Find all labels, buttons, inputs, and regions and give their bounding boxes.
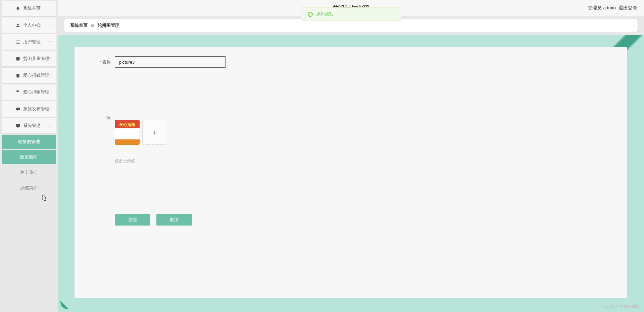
sidebar: 系统首页 个人中心 ﹀ 用户管理 ﹀ 贫困儿童管理 ﹀ bbox=[0, 0, 58, 312]
svg-rect-3 bbox=[16, 43, 19, 43]
sidebar-item-label: 爱心捐物管理 bbox=[23, 89, 49, 95]
breadcrumb-home[interactable]: 系统首页 bbox=[70, 22, 88, 28]
name-input[interactable] bbox=[115, 56, 226, 68]
flag-icon bbox=[15, 90, 20, 95]
chevron-down-icon: ﹀ bbox=[48, 56, 52, 61]
sidebar-item-label: 捐款发布管理 bbox=[23, 106, 49, 112]
breadcrumb-separator-icon: ☰ bbox=[91, 23, 94, 28]
thumb-caption: 爱心捐赠 bbox=[115, 122, 140, 128]
chevron-down-icon: ﹀ bbox=[48, 90, 52, 95]
stage: *名称 值 爱心捐赠 ＋ bbox=[58, 35, 644, 312]
uploaded-thumbnail[interactable]: 爱心捐赠 bbox=[115, 120, 140, 145]
sidebar-item-user-mgmt[interactable]: 用户管理 ﹀ bbox=[2, 34, 56, 50]
breadcrumb-current: 轮播图管理 bbox=[98, 22, 119, 28]
watermark: CSDN @小蔡coding bbox=[603, 304, 639, 309]
svg-point-0 bbox=[17, 23, 19, 25]
logout-link[interactable]: 退出登录 bbox=[618, 5, 637, 11]
sidebar-sub-label: 轮播图管理 bbox=[18, 139, 40, 145]
sidebar-sub-label: 系统简介 bbox=[20, 185, 38, 191]
sidebar-sub-label: 政策新闻 bbox=[20, 154, 38, 160]
upload-hint: 点击上传值 bbox=[115, 158, 167, 164]
sidebar-sub-carousel[interactable]: 轮播图管理 bbox=[2, 135, 56, 149]
breadcrumb: 系统首页 ☰ 轮播图管理 bbox=[64, 19, 638, 32]
chevron-down-icon: ﹀ bbox=[48, 73, 52, 78]
svg-rect-8 bbox=[17, 127, 18, 127]
sidebar-item-label: 用户管理 bbox=[23, 39, 41, 45]
monitor-icon bbox=[15, 123, 20, 128]
sidebar-item-label: 爱心捐钱管理 bbox=[23, 72, 49, 78]
required-mark: * bbox=[99, 59, 101, 64]
value-label: 值 bbox=[85, 115, 115, 121]
upload-row: 爱心捐赠 ＋ bbox=[115, 120, 167, 145]
submit-button[interactable]: 提交 bbox=[115, 214, 150, 226]
sidebar-item-donate-pub[interactable]: 捐款发布管理 ﹀ bbox=[2, 101, 56, 117]
sidebar-sub-label: 关于我们 bbox=[20, 170, 38, 176]
sidebar-item-sys-mgmt[interactable]: 系统管理 ︿ bbox=[2, 118, 56, 133]
sidebar-item-label: 个人中心 bbox=[23, 22, 41, 28]
sidebar-item-label: 贫困儿童管理 bbox=[23, 56, 49, 62]
toast-text: 操作成功 bbox=[316, 11, 334, 17]
money-icon bbox=[15, 73, 20, 78]
sidebar-item-home[interactable]: 系统首页 bbox=[2, 1, 56, 16]
header-right: 管理员 admin 退出登录 bbox=[588, 5, 637, 11]
sidebar-item-poor-children[interactable]: 贫困儿童管理 ﹀ bbox=[2, 51, 56, 66]
sidebar-item-label: 系统首页 bbox=[23, 5, 41, 11]
button-row: 提交 取消 bbox=[115, 214, 617, 226]
form-row-name: *名称 bbox=[85, 56, 617, 68]
plus-icon: ＋ bbox=[150, 127, 159, 138]
child-icon bbox=[15, 56, 20, 61]
sidebar-sub-policy-news[interactable]: 政策新闻 bbox=[2, 150, 56, 164]
sidebar-item-label: 系统管理 bbox=[23, 123, 41, 129]
chevron-up-icon: ︿ bbox=[48, 123, 52, 128]
header: 的设计与实现 管理员 admin 退出登录 ✓ 操作成功 bbox=[58, 0, 644, 16]
sidebar-item-personal[interactable]: 个人中心 ﹀ bbox=[2, 17, 56, 33]
message-icon bbox=[15, 107, 20, 112]
chevron-down-icon: ﹀ bbox=[48, 23, 52, 28]
sidebar-sub-about-us[interactable]: 关于我们 bbox=[2, 166, 56, 180]
chevron-down-icon: ﹀ bbox=[48, 107, 52, 112]
svg-rect-6 bbox=[16, 108, 19, 110]
cancel-button[interactable]: 取消 bbox=[156, 214, 192, 226]
home-icon bbox=[15, 6, 20, 11]
sidebar-sub-sys-intro[interactable]: 系统简介 bbox=[2, 181, 56, 195]
name-label: *名称 bbox=[85, 59, 115, 65]
check-icon: ✓ bbox=[308, 12, 313, 17]
svg-rect-1 bbox=[16, 41, 19, 41]
sidebar-item-love-goods[interactable]: 爱心捐物管理 ﹀ bbox=[2, 84, 56, 100]
svg-rect-2 bbox=[16, 42, 19, 42]
list-icon bbox=[15, 40, 20, 45]
chevron-down-icon: ﹀ bbox=[48, 40, 52, 45]
content-card: *名称 值 爱心捐赠 ＋ bbox=[75, 47, 627, 298]
user-icon bbox=[15, 23, 20, 28]
upload-add-button[interactable]: ＋ bbox=[142, 120, 167, 145]
main-area: 的设计与实现 管理员 admin 退出登录 ✓ 操作成功 系统首页 ☰ 轮播图管… bbox=[58, 0, 644, 312]
admin-label[interactable]: 管理员 admin bbox=[588, 5, 616, 11]
sidebar-item-love-money[interactable]: 爱心捐钱管理 ﹀ bbox=[2, 68, 56, 83]
value-block: 爱心捐赠 ＋ 点击上传值 bbox=[115, 115, 167, 164]
svg-rect-5 bbox=[16, 73, 19, 77]
svg-rect-4 bbox=[16, 57, 19, 60]
form-row-value: 值 爱心捐赠 ＋ 点击上传值 bbox=[85, 115, 617, 164]
toast-success: ✓ 操作成功 bbox=[301, 7, 401, 21]
svg-rect-7 bbox=[16, 124, 19, 127]
